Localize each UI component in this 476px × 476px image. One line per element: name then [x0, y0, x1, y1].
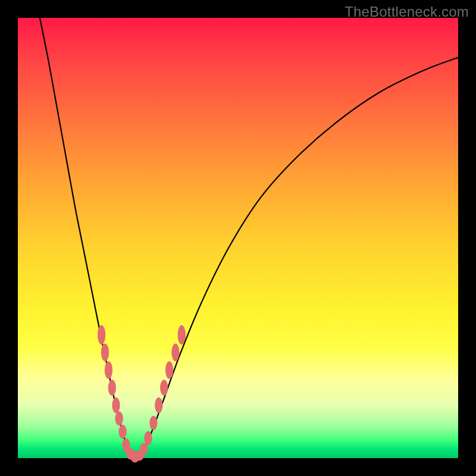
data-marker: [108, 380, 116, 396]
data-marker: [140, 443, 148, 456]
data-marker: [171, 344, 179, 362]
data-marker: [118, 425, 126, 439]
data-marker: [165, 361, 173, 379]
data-marker: [155, 397, 162, 414]
chart-container: TheBottleneck.com: [0, 0, 476, 476]
data-marker: [101, 344, 109, 362]
data-marker: [160, 380, 168, 396]
curve-svg: [18, 18, 458, 458]
data-marker: [98, 325, 105, 345]
data-marker: [112, 397, 120, 414]
plot-area: [18, 18, 458, 458]
data-marker: [149, 416, 157, 430]
data-marker: [144, 431, 152, 446]
data-marker: [178, 325, 186, 345]
data-marker: [115, 412, 123, 426]
watermark-text: TheBottleneck.com: [345, 4, 469, 20]
data-marker: [105, 361, 112, 379]
bottleneck-curve: [40, 18, 458, 459]
data-markers: [98, 325, 186, 463]
